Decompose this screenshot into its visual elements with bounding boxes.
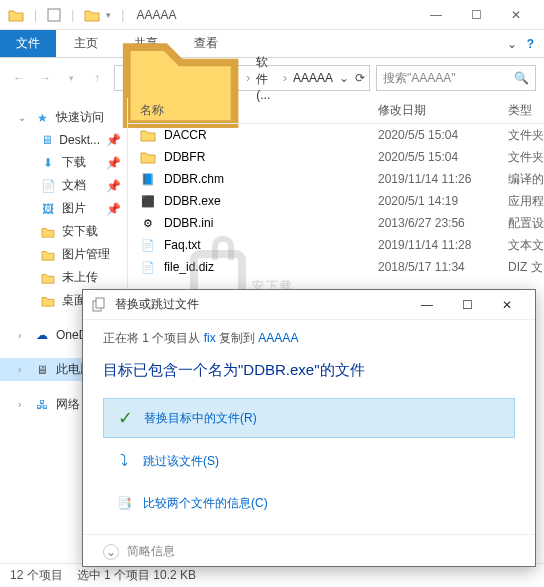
folder-icon: [140, 150, 156, 164]
file-name: DDBR.exe: [164, 194, 221, 208]
file-name: file_id.diz: [164, 260, 214, 274]
option-skip[interactable]: ⤵ 跳过该文件(S): [103, 442, 515, 480]
sidebar-item-desktop[interactable]: 🖥Deskt...📌: [0, 129, 127, 151]
list-item[interactable]: 📄file_id.diz2018/5/17 11:34DIZ 文: [128, 256, 544, 278]
list-item[interactable]: 📄Faq.txt2019/11/14 11:28文本文: [128, 234, 544, 256]
window-title: AAAAA: [136, 8, 416, 22]
column-date[interactable]: 修改日期: [378, 102, 508, 119]
sidebar-item-label: 网络: [56, 396, 80, 413]
file-name: DDBR.ini: [164, 216, 213, 230]
copy-icon: [91, 297, 107, 313]
folder-icon: [40, 293, 56, 309]
address-dropdown-icon[interactable]: ⌄: [339, 71, 349, 85]
sidebar-item-documents[interactable]: 📄文档📌: [0, 174, 127, 197]
file-name: DACCR: [164, 128, 207, 142]
checkbox-icon[interactable]: [47, 8, 61, 22]
pc-icon: 🖥: [34, 362, 50, 378]
tab-home[interactable]: 主页: [56, 30, 116, 57]
chevron-right-icon[interactable]: ›: [283, 71, 287, 85]
search-icon[interactable]: 🔍: [514, 71, 529, 85]
status-to-link[interactable]: AAAAA: [258, 331, 298, 345]
file-type: 文件夹: [508, 127, 544, 144]
close-button[interactable]: ✕: [487, 291, 527, 319]
sidebar-item-label: Deskt...: [59, 133, 100, 147]
status-from-link[interactable]: fix: [204, 331, 216, 345]
sidebar-item-downloads[interactable]: ⬇下载📌: [0, 151, 127, 174]
ribbon-expand[interactable]: ⌄ ?: [507, 30, 544, 57]
status-text: 正在将 1 个项目从: [103, 331, 204, 345]
sidebar-quick-access[interactable]: ⌄ ★ 快速访问: [0, 106, 127, 129]
desktop-icon: 🖥: [40, 132, 53, 148]
expand-icon[interactable]: ›: [18, 399, 28, 410]
svg-rect-2: [96, 298, 104, 308]
maximize-button[interactable]: ☐: [447, 291, 487, 319]
breadcrumb[interactable]: AAAAA: [291, 71, 335, 85]
forward-button[interactable]: →: [34, 67, 56, 89]
exe-icon: ⬛: [140, 193, 156, 209]
option-compare[interactable]: 📑 比较两个文件的信息(C): [103, 484, 515, 522]
back-button[interactable]: ←: [8, 67, 30, 89]
sidebar-item-folder[interactable]: 安下载: [0, 220, 127, 243]
list-item[interactable]: DDBFR2020/5/5 15:04文件夹: [128, 146, 544, 168]
refresh-icon[interactable]: ⟳: [355, 71, 365, 85]
chevron-right-icon[interactable]: ›: [246, 71, 250, 85]
folder-small-icon: [84, 8, 100, 22]
folder-icon: [8, 8, 24, 22]
cloud-icon: ☁: [34, 327, 50, 343]
sidebar-item-label: 图片: [62, 200, 86, 217]
list-item[interactable]: 📘DDBR.chm2019/11/14 11:26编译的: [128, 168, 544, 190]
list-item[interactable]: DACCR2020/5/5 15:04文件夹: [128, 124, 544, 146]
txt-icon: 📄: [140, 237, 156, 253]
qat-dropdown-icon[interactable]: ▾: [106, 10, 111, 20]
list-item[interactable]: ⬛DDBR.exe2020/5/1 14:19应用程: [128, 190, 544, 212]
expand-icon[interactable]: ›: [18, 330, 28, 341]
close-button[interactable]: ✕: [496, 1, 536, 29]
folder-icon: [40, 270, 56, 286]
column-name[interactable]: 名称: [128, 102, 378, 119]
compare-icon: 📑: [115, 494, 133, 512]
checkmark-icon: ✓: [116, 409, 134, 427]
dialog-message: 目标已包含一个名为"DDBR.exe"的文件: [103, 361, 515, 380]
option-label: 跳过该文件(S): [143, 453, 219, 470]
dialog-title-bar: 替换或跳过文件 — ☐ ✕: [83, 290, 535, 320]
separator: |: [71, 8, 74, 22]
help-icon[interactable]: ?: [527, 37, 534, 51]
sidebar-item-label: 文档: [62, 177, 86, 194]
dialog-footer: ⌄ 简略信息: [83, 534, 535, 568]
minimize-button[interactable]: —: [407, 291, 447, 319]
sidebar-item-folder[interactable]: 图片管理: [0, 243, 127, 266]
chevron-down-icon[interactable]: ⌄: [507, 37, 517, 51]
nav-bar: ← → ▾ ↑ › 软件 (... › AAAAA ⌄ ⟳ 搜索"AAAAA" …: [0, 58, 544, 98]
ini-icon: ⚙: [140, 215, 156, 231]
file-name: Faq.txt: [164, 238, 201, 252]
status-selected: 选中 1 个项目 10.2 KB: [77, 567, 196, 584]
file-date: 2018/5/17 11:34: [378, 260, 508, 274]
maximize-button[interactable]: ☐: [456, 1, 496, 29]
footer-label[interactable]: 简略信息: [127, 543, 175, 560]
recent-dropdown-icon[interactable]: ▾: [60, 67, 82, 89]
chevron-down-icon[interactable]: ⌄: [103, 544, 119, 560]
file-name: DDBFR: [164, 150, 205, 164]
file-type: 文件夹: [508, 149, 544, 166]
list-item[interactable]: ⚙DDBR.ini2013/6/27 23:56配置设: [128, 212, 544, 234]
sidebar-item-folder[interactable]: 未上传: [0, 266, 127, 289]
folder-icon: [140, 128, 156, 142]
column-type[interactable]: 类型: [508, 102, 544, 119]
file-type: 应用程: [508, 193, 544, 210]
search-input[interactable]: 搜索"AAAAA" 🔍: [376, 65, 536, 91]
up-button[interactable]: ↑: [86, 67, 108, 89]
expand-icon[interactable]: ›: [18, 364, 28, 375]
option-replace[interactable]: ✓ 替换目标中的文件(R): [103, 398, 515, 438]
sidebar-item-pictures[interactable]: 🖼图片📌: [0, 197, 127, 220]
minimize-button[interactable]: —: [416, 1, 456, 29]
file-type: 编译的: [508, 171, 544, 188]
download-icon: ⬇: [40, 155, 56, 171]
breadcrumb[interactable]: 软件 (...: [254, 54, 279, 102]
file-date: 2013/6/27 23:56: [378, 216, 508, 230]
status-text: 复制到: [216, 331, 259, 345]
expand-icon[interactable]: ⌄: [18, 112, 28, 123]
sidebar-item-label: 快速访问: [56, 109, 104, 126]
file-tab[interactable]: 文件: [0, 30, 56, 57]
address-bar[interactable]: › 软件 (... › AAAAA ⌄ ⟳: [114, 65, 370, 91]
star-icon: ★: [34, 110, 50, 126]
